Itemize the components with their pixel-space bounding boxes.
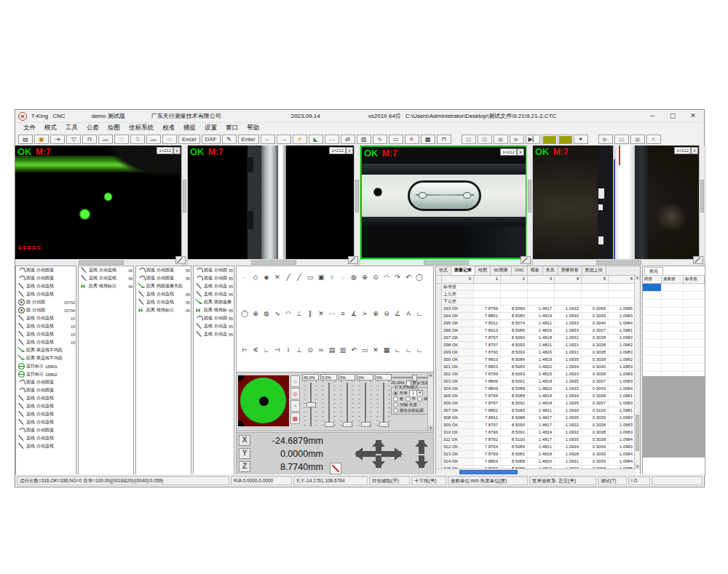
ring-outline-icon[interactable]: ○ [290, 375, 300, 387]
feature-item[interactable]: 直线 自动直线 [16, 394, 76, 402]
label-row[interactable]: 上公差 [436, 291, 640, 298]
geometry-tool-icon[interactable]: ▦ [381, 345, 392, 355]
geometry-tool-icon[interactable]: ∠ [392, 308, 403, 319]
measurement-row[interactable]: 311 OK 7.8792 8.5100 1.4817 1.0935 0.303… [436, 437, 640, 444]
status-io[interactable]: I O [628, 476, 650, 485]
feature-item[interactable]: 直线 自动直线 55 [194, 282, 234, 290]
feature-item[interactable]: 圆弧 自动圆弧 55 [194, 266, 234, 274]
camera-panel-2[interactable]: OK M:7 1=212▾ [188, 146, 360, 266]
element-row[interactable] [643, 284, 705, 292]
feature-item[interactable]: 直线 自动直线 [16, 418, 76, 426]
levels-icon[interactable]: ⇅ [130, 135, 145, 144]
light-icon[interactable]: ☀ [293, 135, 307, 144]
feature-item[interactable]: 圆弧 自动圆弧 [16, 266, 76, 274]
feature-item[interactable]: 距离 线性标注 34 [79, 282, 133, 290]
camera-2-image[interactable]: OK M:7 1=212▾ [188, 146, 355, 259]
jog-xy-vertical[interactable] [376, 440, 381, 468]
element-tab[interactable]: 图元 [644, 267, 663, 275]
light-slider[interactable]: 0% [357, 374, 373, 428]
geometry-tool-icon[interactable]: ▭ [360, 345, 370, 355]
menu-item[interactable]: 设置 [201, 124, 221, 132]
save-icon[interactable]: ▤ [18, 135, 33, 144]
ring-full-icon[interactable]: ◎ [290, 388, 300, 399]
dither-icon[interactable]: ▩ [421, 135, 435, 144]
geometry-tool-icon[interactable]: ∞ [316, 345, 326, 355]
stage-icon[interactable]: ▬ [98, 135, 113, 144]
geometry-tool-icon[interactable]: ⊙ [371, 272, 381, 282]
camera-zoom-select[interactable]: 1=212▾ [329, 147, 353, 154]
element-row[interactable] [643, 348, 705, 356]
geometry-tool-icon[interactable]: ⊙ [305, 345, 315, 355]
light-slider[interactable]: 0.0% [320, 374, 337, 428]
save2-icon[interactable]: ▤ [462, 135, 476, 144]
table-tab[interactable]: 3D测量 [491, 266, 512, 275]
element-row[interactable] [643, 332, 705, 340]
geometry-tool-icon[interactable]: I [283, 345, 293, 355]
menu-item[interactable]: 工具 [62, 124, 82, 132]
feature-item[interactable]: 直线 自动直线 65 [136, 290, 191, 298]
geometry-tool-icon[interactable]: ◌ [338, 272, 348, 282]
camera-hscroll[interactable] [533, 259, 700, 266]
measurement-row[interactable]: 304 OK 7.8809 8.5089 1.4820 1.0933 0.303… [436, 386, 640, 393]
light-panel-scrollbar[interactable]: ▲▼ [427, 372, 433, 431]
geometry-tool-icon[interactable]: ◍ [261, 308, 272, 319]
menu-item[interactable]: 捕捉 [180, 124, 199, 132]
geometry-tool-icon[interactable]: ≡ [338, 308, 348, 319]
ring-radio[interactable] [393, 391, 398, 396]
camera-resize-grip[interactable] [348, 256, 358, 264]
geometry-tool-icon[interactable]: ∟ [414, 345, 424, 355]
camera-vscroll[interactable] [354, 146, 360, 259]
camera-vscroll[interactable] [181, 146, 187, 259]
feature-item[interactable]: 距离 两直线平均距 [16, 346, 76, 354]
excel-export-button[interactable]: Excel [178, 135, 200, 144]
geometry-tool-icon[interactable]: ▥ [338, 345, 348, 355]
zoom-icon[interactable]: Ø [341, 135, 355, 144]
feature-item[interactable]: 直线 自动直线 [16, 434, 76, 442]
feature-item[interactable]: 距离 两圆弧最大距 [194, 298, 234, 306]
feature-item[interactable]: 距离 两直线平均距 [16, 354, 76, 362]
ring-light-preview[interactable] [238, 375, 289, 426]
x-axis-button[interactable]: X [239, 435, 250, 446]
mid-radio[interactable] [405, 396, 411, 402]
camera-resize-grip[interactable] [175, 256, 186, 264]
feature-item[interactable]: 直线 自动直线 [16, 410, 76, 418]
element-row[interactable] [643, 340, 705, 348]
folder-icon[interactable]: ▣ [494, 135, 508, 144]
camera-panel-3-selected[interactable]: OK M:7 1=212▾ [360, 146, 533, 266]
run-icon[interactable]: ✦ [574, 135, 588, 144]
measurement-row[interactable]: 303 OK 7.8806 8.5091 1.4818 1.0935 0.303… [436, 378, 640, 386]
feature-item[interactable]: 距离 线性标注 55 [194, 306, 234, 314]
feature-item[interactable]: 直线 自动直线 15 [16, 338, 76, 346]
table-tab[interactable]: 测量映射 [558, 266, 582, 275]
table-tab[interactable]: 测量记录 [451, 266, 475, 275]
feature-item[interactable]: 直线 自动直线 55 [194, 330, 234, 338]
measurement-row[interactable]: 294 OK 7.8801 8.5080 1.4819 1.0930 0.303… [436, 313, 640, 320]
gantry-icon[interactable]: Π [82, 135, 97, 144]
menu-item[interactable]: 绘图 [104, 124, 124, 132]
hatch-icon[interactable]: ▨ [357, 135, 371, 144]
geometry-tool-icon[interactable]: ✕ [272, 272, 282, 282]
play-to-end-icon[interactable]: ▶▏ [526, 135, 540, 144]
stage2-icon[interactable]: ▬ [146, 135, 161, 144]
stop-icon[interactable]: ■ [542, 135, 556, 144]
play2-icon[interactable]: ▶ [598, 135, 613, 144]
geometry-tool-icon[interactable]: ∢ [250, 345, 261, 355]
measurement-row[interactable]: 295 OK 7.8011 8.5074 1.4821 1.0933 0.304… [436, 320, 640, 327]
geometry-tool-icon[interactable]: ∿ [272, 308, 282, 319]
table-tab[interactable]: 数据上传 [582, 266, 606, 275]
image-icon[interactable]: ◣ [309, 135, 323, 144]
menu-item[interactable]: 文件 [20, 124, 39, 132]
measurement-row[interactable]: 310 OK 7.8796 8.5091 1.4824 1.0932 0.303… [436, 429, 640, 437]
geometry-tool-icon[interactable]: ∟ [414, 308, 424, 319]
feature-item[interactable]: 直线 自动直线 15 [16, 330, 76, 338]
label-row[interactable]: 标准值 [436, 284, 640, 291]
camera-zoom-select[interactable]: 1=212▾ [157, 147, 181, 154]
geometry-tool-icon[interactable]: ◠ [283, 308, 293, 319]
feature-item[interactable]: 圆弧 自动圆弧 [16, 274, 76, 282]
close-button[interactable]: ✕ [685, 111, 701, 121]
coarse-radio[interactable] [393, 396, 398, 402]
geometry-tool-icon[interactable]: ⊥ [294, 345, 304, 355]
camera-1-image[interactable]: OK M:7 FFFFF 1=212▾ [15, 146, 182, 259]
color-contour-radio[interactable] [393, 408, 398, 413]
blank-icon[interactable]: ▭ [389, 135, 403, 144]
